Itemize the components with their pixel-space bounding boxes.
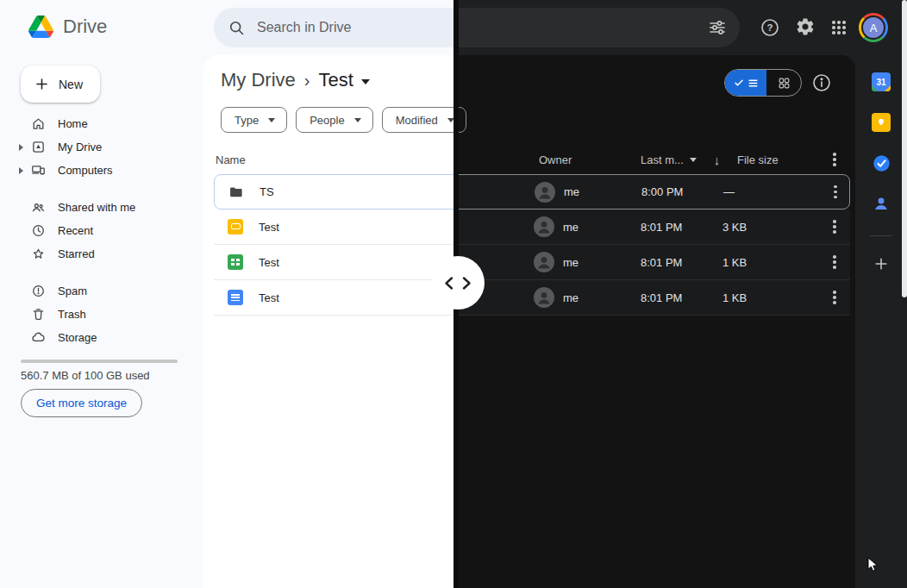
account-avatar[interactable]: A bbox=[859, 13, 888, 42]
contacts-icon[interactable] bbox=[871, 193, 891, 214]
drive-logo[interactable]: Drive bbox=[28, 16, 107, 38]
search-icon bbox=[228, 19, 246, 37]
chevron-down-icon bbox=[268, 118, 275, 122]
sidebar-item-label: Recent bbox=[58, 224, 93, 237]
comparison-slider-handle[interactable] bbox=[431, 256, 485, 310]
breadcrumb-current-label: Test bbox=[318, 69, 353, 91]
keep-icon[interactable] bbox=[871, 112, 891, 133]
sidebar-item-home[interactable]: Home bbox=[7, 112, 198, 135]
sidebar-item-recent[interactable]: Recent bbox=[7, 219, 198, 242]
breadcrumb-my-drive[interactable]: My Drive bbox=[221, 69, 296, 91]
slider-chevrons-icon bbox=[442, 276, 473, 291]
chip-label: Type bbox=[235, 114, 259, 127]
sidebar-item-label: Computers bbox=[58, 164, 113, 177]
sidebar: New Home My Drive bbox=[0, 55, 203, 588]
help-glyph: ? bbox=[766, 22, 773, 33]
grid-view-icon bbox=[778, 77, 791, 90]
file-size-value: 1 KB bbox=[722, 256, 813, 269]
storage-cloud-icon bbox=[31, 330, 46, 345]
get-more-storage-button[interactable]: Get more storage bbox=[21, 389, 142, 417]
row-more-actions-button[interactable] bbox=[828, 260, 850, 264]
sidebar-item-label: Trash bbox=[58, 308, 86, 321]
new-button[interactable]: New bbox=[21, 66, 100, 103]
side-panel-divider bbox=[870, 235, 892, 236]
help-icon[interactable]: ? bbox=[760, 17, 780, 38]
sidebar-item-spam[interactable]: Spam bbox=[7, 279, 198, 303]
more-vertical-icon bbox=[833, 158, 836, 161]
recent-icon bbox=[31, 223, 46, 238]
owner-name: me bbox=[563, 291, 579, 304]
google-apps-grid-icon[interactable] bbox=[831, 20, 847, 35]
sidebar-item-computers[interactable]: Computers bbox=[7, 159, 198, 182]
new-button-label: New bbox=[59, 78, 83, 91]
avatar-letter: A bbox=[861, 16, 885, 40]
sidebar-item-shared-with-me[interactable]: Shared with me bbox=[7, 196, 198, 219]
sheets-file-icon bbox=[228, 254, 243, 270]
filter-chip-type[interactable]: Type bbox=[221, 107, 287, 133]
sidebar-item-my-drive[interactable]: My Drive bbox=[7, 135, 198, 159]
slides-file-icon bbox=[228, 219, 243, 235]
chevron-down-icon bbox=[690, 158, 697, 162]
column-header-file-size[interactable]: File size bbox=[737, 153, 828, 166]
side-panel: 31 bbox=[855, 55, 907, 588]
get-add-ons-button[interactable] bbox=[873, 255, 890, 272]
expand-chevron-icon[interactable] bbox=[19, 167, 23, 174]
table-settings-button[interactable] bbox=[828, 158, 850, 161]
sidebar-item-storage[interactable]: Storage bbox=[7, 326, 198, 349]
row-more-actions-button[interactable] bbox=[829, 191, 851, 194]
folder-menu-caret-icon bbox=[361, 79, 370, 84]
starred-icon bbox=[31, 247, 46, 261]
grid-view-button[interactable] bbox=[766, 70, 801, 96]
sidebar-item-trash[interactable]: Trash bbox=[7, 303, 198, 326]
more-vertical-icon bbox=[833, 260, 836, 264]
computers-icon bbox=[31, 163, 46, 178]
breadcrumb-current[interactable]: Test bbox=[318, 69, 369, 91]
storage-summary: 560.7 MB of 100 GB used bbox=[21, 369, 150, 382]
check-icon bbox=[734, 78, 744, 88]
sidebar-item-label: My Drive bbox=[58, 141, 102, 153]
file-size-value: 1 KB bbox=[722, 291, 813, 304]
advanced-search-icon[interactable] bbox=[707, 17, 728, 38]
row-more-actions-button[interactable] bbox=[828, 225, 850, 228]
settings-gear-icon[interactable] bbox=[795, 16, 816, 37]
trash-icon bbox=[31, 307, 46, 322]
person-icon bbox=[534, 216, 554, 237]
file-name: Test bbox=[259, 256, 279, 269]
sidebar-item-label: Spam bbox=[58, 285, 87, 297]
sidebar-item-starred[interactable]: Starred bbox=[7, 242, 198, 266]
row-more-actions-button[interactable] bbox=[828, 296, 850, 299]
docs-file-icon bbox=[228, 290, 243, 305]
person-icon bbox=[535, 182, 555, 203]
chevron-down-icon bbox=[354, 118, 361, 122]
breadcrumb: My Drive › Test bbox=[221, 69, 370, 91]
column-header-last-modified[interactable]: Last m... ↓ bbox=[641, 153, 737, 167]
tasks-icon[interactable] bbox=[871, 153, 891, 173]
scrollbar-thumb[interactable] bbox=[902, 0, 907, 297]
sort-direction-arrow[interactable]: ↓ bbox=[714, 153, 721, 167]
search-placeholder: Search in Drive bbox=[257, 20, 351, 35]
owner-avatar bbox=[534, 216, 554, 237]
sidebar-nav: Home My Drive Computers bbox=[7, 112, 198, 363]
app-name: Drive bbox=[63, 16, 107, 38]
owner-name: me bbox=[563, 221, 579, 234]
list-view-button[interactable] bbox=[725, 70, 766, 96]
filter-chips: Type People Modified bbox=[221, 107, 466, 133]
drive-triangle-icon bbox=[28, 16, 53, 38]
person-icon bbox=[534, 287, 554, 308]
expand-chevron-icon[interactable] bbox=[19, 144, 23, 151]
file-name: Test bbox=[259, 291, 279, 304]
filter-chip-people[interactable]: People bbox=[296, 107, 372, 133]
my-drive-icon bbox=[31, 140, 46, 154]
list-icon bbox=[747, 78, 759, 89]
column-header-owner[interactable]: Owner bbox=[539, 153, 641, 166]
calendar-icon[interactable]: 31 bbox=[871, 72, 891, 92]
details-info-icon[interactable] bbox=[811, 72, 832, 93]
breadcrumb-separator: › bbox=[304, 71, 310, 91]
sidebar-item-label: Shared with me bbox=[58, 201, 135, 214]
sidebar-item-label: Storage bbox=[58, 331, 97, 344]
view-toggle[interactable] bbox=[724, 69, 802, 97]
file-name: Test bbox=[259, 221, 279, 234]
person-icon bbox=[534, 252, 554, 272]
chip-label: Modified bbox=[396, 114, 438, 127]
plus-icon bbox=[34, 76, 50, 92]
